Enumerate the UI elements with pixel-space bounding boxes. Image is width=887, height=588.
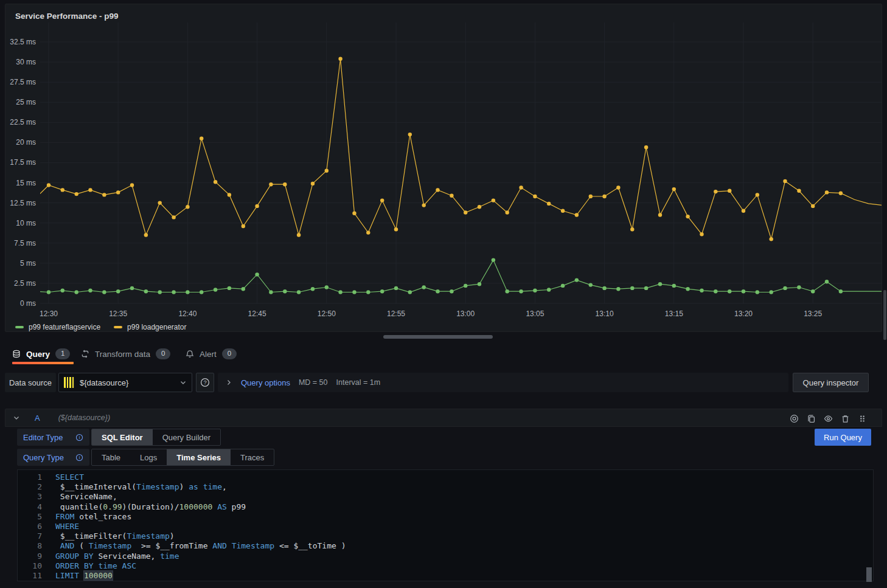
data-point[interactable] bbox=[228, 286, 231, 290]
data-point[interactable] bbox=[338, 290, 342, 294]
data-point[interactable] bbox=[269, 182, 273, 186]
data-point[interactable] bbox=[672, 187, 676, 191]
data-point[interactable] bbox=[408, 290, 412, 294]
data-point[interactable] bbox=[630, 286, 634, 290]
sql-line[interactable]: 2 $__timeInterval(Timestamp) as time, bbox=[18, 482, 873, 492]
segment-query-builder[interactable]: Query Builder bbox=[153, 429, 220, 445]
sql-line[interactable]: 9GROUP BY ServiceName, time bbox=[18, 552, 873, 561]
tab-query[interactable]: Query 1 bbox=[12, 345, 70, 362]
data-point[interactable] bbox=[283, 182, 287, 186]
data-point[interactable] bbox=[325, 169, 329, 173]
data-point[interactable] bbox=[658, 213, 662, 216]
data-point[interactable] bbox=[770, 290, 773, 294]
data-point[interactable] bbox=[172, 290, 175, 294]
data-point[interactable] bbox=[478, 282, 481, 286]
data-point[interactable] bbox=[728, 189, 731, 193]
data-point[interactable] bbox=[644, 286, 648, 290]
data-point[interactable] bbox=[811, 289, 815, 293]
data-point[interactable] bbox=[575, 278, 579, 282]
data-point[interactable] bbox=[533, 289, 537, 292]
data-point[interactable] bbox=[283, 289, 287, 293]
data-point[interactable] bbox=[102, 193, 106, 196]
data-point[interactable] bbox=[519, 289, 523, 293]
legend-item-loadgenerator[interactable]: p99 loadgenerator bbox=[114, 323, 186, 331]
data-point[interactable] bbox=[144, 289, 148, 293]
data-point[interactable] bbox=[102, 290, 106, 294]
data-point[interactable] bbox=[144, 233, 148, 237]
data-point[interactable] bbox=[88, 289, 92, 292]
data-point[interactable] bbox=[700, 289, 703, 292]
data-point[interactable] bbox=[825, 280, 829, 283]
data-point[interactable] bbox=[561, 284, 565, 288]
data-point[interactable] bbox=[116, 289, 120, 293]
sql-line[interactable]: 10ORDER BY time ASC bbox=[18, 561, 873, 571]
data-point[interactable] bbox=[589, 283, 593, 286]
data-point[interactable] bbox=[408, 133, 412, 136]
page-scrollbar[interactable] bbox=[883, 290, 886, 340]
data-point[interactable] bbox=[380, 289, 384, 293]
data-point[interactable] bbox=[742, 209, 745, 213]
run-query-button[interactable]: Run Query bbox=[815, 429, 871, 446]
data-point[interactable] bbox=[172, 215, 175, 219]
data-point[interactable] bbox=[255, 204, 259, 208]
data-point[interactable] bbox=[228, 193, 231, 196]
data-point[interactable] bbox=[797, 189, 801, 193]
data-point[interactable] bbox=[352, 290, 356, 294]
data-point[interactable] bbox=[506, 210, 509, 214]
hide-response-eye-icon[interactable] bbox=[824, 414, 833, 423]
data-point[interactable] bbox=[728, 289, 731, 293]
sql-line[interactable]: 5FROM otel_traces bbox=[18, 512, 873, 522]
chart-svg[interactable]: 0 ms2.5 ms5 ms7.5 ms10 ms12.5 ms15 ms17.… bbox=[5, 4, 882, 331]
data-point[interactable] bbox=[61, 188, 64, 192]
data-point[interactable] bbox=[200, 290, 203, 294]
data-point[interactable] bbox=[255, 272, 259, 276]
data-point[interactable] bbox=[366, 230, 370, 234]
data-point[interactable] bbox=[130, 183, 134, 187]
segment-traces[interactable]: Traces bbox=[231, 449, 274, 465]
data-point[interactable] bbox=[186, 205, 189, 209]
data-point[interactable] bbox=[352, 212, 356, 215]
data-point[interactable] bbox=[311, 287, 315, 291]
data-point[interactable] bbox=[116, 190, 120, 194]
data-point[interactable] bbox=[575, 213, 579, 216]
data-point[interactable] bbox=[325, 285, 329, 289]
query-options-row[interactable]: Query options MD = 50 Interval = 1m bbox=[218, 373, 788, 392]
data-point[interactable] bbox=[186, 290, 189, 294]
data-point[interactable] bbox=[158, 290, 162, 294]
data-point[interactable] bbox=[686, 287, 689, 291]
sql-editor-scrollbar[interactable] bbox=[866, 567, 872, 582]
data-point[interactable] bbox=[297, 290, 301, 294]
tab-transform-data[interactable]: Transform data 0 bbox=[81, 345, 170, 362]
sql-line[interactable]: 8 AND ( Timestamp >= $__fromTime AND Tim… bbox=[18, 541, 873, 551]
data-point[interactable] bbox=[825, 190, 829, 194]
data-point[interactable] bbox=[214, 288, 217, 291]
sql-line[interactable]: 1SELECT bbox=[18, 472, 873, 482]
data-point[interactable] bbox=[130, 286, 134, 290]
sql-line[interactable]: 6WHERE bbox=[18, 522, 873, 531]
data-point[interactable] bbox=[242, 287, 245, 291]
data-point[interactable] bbox=[158, 201, 162, 204]
data-point[interactable] bbox=[338, 57, 342, 61]
data-point[interactable] bbox=[436, 289, 439, 293]
duplicate-query-icon[interactable] bbox=[807, 414, 816, 423]
data-point[interactable] bbox=[242, 224, 245, 228]
data-point[interactable] bbox=[75, 290, 78, 294]
data-point[interactable] bbox=[839, 192, 843, 195]
data-point[interactable] bbox=[366, 290, 370, 294]
data-point[interactable] bbox=[589, 195, 593, 198]
data-point[interactable] bbox=[506, 289, 509, 293]
sql-editor[interactable]: 1SELECT2 $__timeInterval(Timestamp) as t… bbox=[17, 469, 874, 581]
data-point[interactable] bbox=[492, 198, 495, 202]
data-point[interactable] bbox=[200, 137, 203, 140]
data-point[interactable] bbox=[519, 185, 523, 189]
sql-line[interactable]: 4 quantile(0.99)(Duration)/1000000 AS p9… bbox=[18, 502, 873, 512]
data-point[interactable] bbox=[811, 204, 815, 208]
data-point[interactable] bbox=[686, 215, 689, 218]
info-circle-icon[interactable]: i bbox=[75, 434, 83, 441]
data-point[interactable] bbox=[88, 188, 92, 192]
datasource-picker[interactable]: ${datasource} bbox=[58, 373, 192, 392]
data-point[interactable] bbox=[783, 179, 787, 183]
data-point[interactable] bbox=[700, 232, 703, 236]
segment-table[interactable]: Table bbox=[92, 449, 130, 465]
data-point[interactable] bbox=[672, 284, 676, 288]
